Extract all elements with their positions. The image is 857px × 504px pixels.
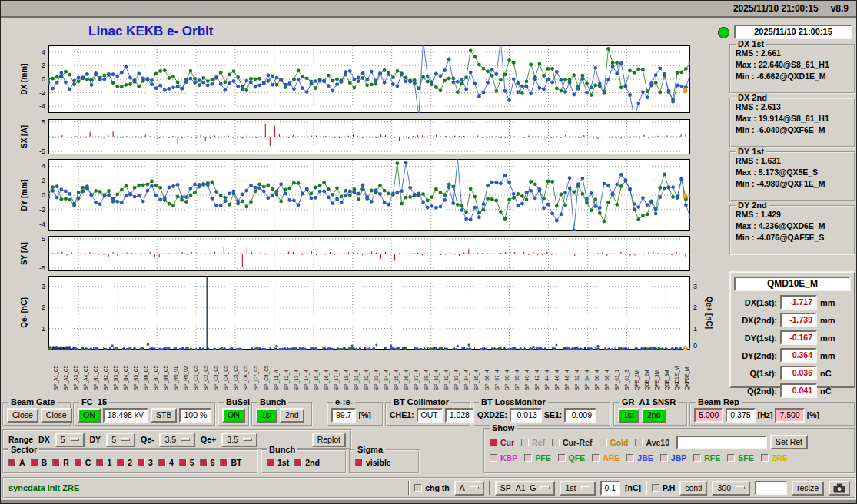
fc15-on-button[interactable]: ON [78,408,101,423]
bt-lossmonitor-label: BT LossMonitor [479,397,548,406]
dropdown-bar-icon [470,486,479,489]
q-y-tick: 3 [27,283,45,290]
show-ave10-checkbox[interactable] [635,439,643,446]
bunch-view-1st-item: 1st [267,458,289,467]
dy-y-tick: -4 [27,220,45,228]
bunch-1st-button[interactable]: 1st [256,408,277,423]
dy-y-tick: -2 [27,206,45,214]
show-qfe-checkbox[interactable] [558,454,566,462]
sector-3-checkbox[interactable] [138,459,145,466]
sigma-visible-checkbox[interactable] [355,459,363,466]
titlebar-datetime: 2025/11/10 21:00:15 [733,3,819,14]
resize-button[interactable]: resize [792,481,824,496]
gr-a1-1st-button[interactable]: 1st [618,408,639,423]
stats-max-row: Max : 4.236@QXD6E_M [731,220,854,232]
bunch-view-group: Bunch 1st2nd [261,449,347,474]
bunch-select[interactable]: 1st [560,481,595,496]
beam-gate-close-2-button[interactable]: Close [41,408,72,423]
show-rfe-checkbox[interactable] [693,454,701,462]
threshold-value: 0.1 [600,481,621,496]
show-pfe-checkbox[interactable] [524,454,532,462]
ph-checkbox[interactable] [652,484,659,492]
show-jbp-checkbox[interactable] [660,454,668,462]
range-dy-select[interactable]: 5 [106,433,135,447]
sector-r-checkbox[interactable] [52,459,60,466]
x-station-label: SP_C3_C5 [214,365,218,390]
show-item-jbp: JBP [660,453,686,463]
sector-6-checkbox[interactable] [200,459,208,466]
show-jbe-checkbox[interactable] [626,454,634,462]
show-sfe-checkbox[interactable] [727,454,735,462]
monitor-select[interactable]: SP_A1_G [495,481,556,496]
sector-1-checkbox[interactable] [96,459,104,466]
ph-text: P.H [663,483,675,492]
stats-group-label: DY 2nd [736,201,769,210]
sector-bt-item: BT [220,458,241,467]
ref-file-input[interactable] [676,436,767,449]
gr-a1-snsr-group: GR_A1 SNSR 1st 2nd [613,402,688,426]
bunch-view-2nd-checkbox[interactable] [294,459,302,466]
range-qem-select[interactable]: 3.5 [159,433,195,447]
bunch-2nd-button[interactable]: 2nd [280,408,304,423]
section-select[interactable]: A [454,481,484,496]
snapshot-button[interactable] [829,481,850,496]
separator [489,481,490,495]
x-station-label: SP_B4_C5 [124,366,128,390]
x-station-label: SP_46_4 [555,370,560,390]
selected-monitor-title: QMD10E_M [734,277,851,291]
chg-th-checkbox[interactable] [414,484,422,492]
x-station-label: SP_23_4 [374,370,379,390]
show-cur-ref-checkbox[interactable] [552,439,560,446]
conti-button[interactable]: conti [679,481,707,496]
show-kbp-checkbox[interactable] [490,454,497,462]
qmd-row-unit: mm [820,333,835,343]
sector-a-checkbox[interactable] [8,459,16,466]
ee-ratio-label: e-:e- [333,397,355,406]
sector-4-label: 4 [169,458,174,467]
x-station-label: QXD1E_M [675,366,679,390]
qmd-row-label: DX(1st): [734,298,777,307]
sector-5-checkbox[interactable] [179,459,187,466]
range-dx-select[interactable]: 5 [55,433,85,447]
bunch-label: Bunch [257,397,288,406]
dropdown-bar-icon [540,486,550,489]
show-gold-checkbox[interactable] [600,439,607,446]
x-axis-station-labels: SP_A1_C5SP_A2_C5SP_A3_C5SP_A4_C5SP_B1_C5… [48,351,690,391]
sector-2-checkbox[interactable] [117,459,125,466]
qxd2e-value: -0.013 [510,408,542,423]
show-ref-checkbox[interactable] [521,439,529,446]
q-plot-canvas [48,276,690,350]
replot-button[interactable]: Replot [312,433,346,447]
x-station-label: SP_28_4 [424,370,429,390]
sector-4-checkbox[interactable] [158,459,166,466]
gr-a1-2nd-button[interactable]: 2nd [642,408,666,423]
range-qep-select[interactable]: 3.5 [221,433,257,447]
sector-bt-checkbox[interactable] [220,459,228,466]
beam-gate-close-1-button[interactable]: Close [7,408,38,423]
beam-rep-duty-value: 7.500 [775,408,804,423]
busel-on-button[interactable]: ON [222,408,245,423]
chg-th-item: chg th [414,483,450,492]
x-station-label: SP_37_4 [495,370,500,390]
show-item-ref: Ref [521,438,545,447]
show-zre-checkbox[interactable] [761,454,769,462]
dropdown-bar-icon [736,486,745,489]
stats-min-row: Min : -6.040@QXF6E_M [731,124,854,136]
x-station-label: QFE_2M [635,370,639,390]
x-station-label: SP_C1_C5 [194,365,198,390]
extra-input[interactable] [755,481,787,495]
beam-rep-aux-value: 0.375 [726,408,755,423]
bunch-view-1st-checkbox[interactable] [267,459,274,466]
beam-rep-hz-unit: [Hz] [758,410,773,419]
sector-b-checkbox[interactable] [31,459,38,466]
show-cur-checkbox[interactable] [490,439,497,446]
che1-position-value: 1.028 [445,408,474,423]
sector-c-checkbox[interactable] [75,459,82,466]
set-ref-button[interactable]: Set Ref [770,435,808,449]
fc15-stb-button[interactable]: STB [151,408,177,423]
show-are-checkbox[interactable] [592,454,600,462]
points-select[interactable]: 300 [712,481,750,496]
x-station-label: SP_21_4 [354,370,359,390]
busel-label: BuSel [224,397,252,406]
dx-y-tick: -4 [27,102,45,110]
